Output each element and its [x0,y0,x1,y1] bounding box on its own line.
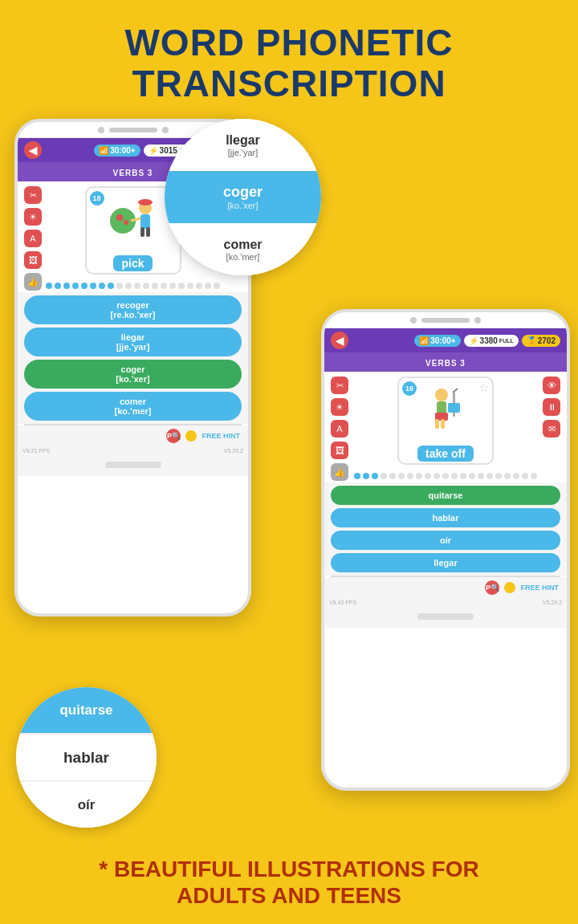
footer-line2: ADULTS AND TEENS [0,882,578,910]
phone-right: ◀ 📶 30:00+ ⚡ 3380 FULL 🏅 2702 VERBS 3 ✂ … [321,309,570,791]
lightning-icon-left: ⚡ [149,146,158,155]
image-icon-right[interactable]: 🖼 [331,442,348,459]
left-side-icons: ✂ ☀ A 🖼 👍 [24,186,42,291]
circle-quitarse-text: quitarse [59,702,112,718]
notch-dot [98,127,104,133]
answer-sub-4: [ko.'mer] [34,406,232,416]
dot-r-empty-12 [478,473,484,479]
answer-btn-2[interactable]: llegar [jje.'yar] [24,328,242,356]
title-line2: TRANSCRIPTION [0,63,578,104]
circle-callout-left: quitarse hablar oír [16,687,157,828]
dot-r-empty-5 [416,473,422,479]
header: WORD PHONETIC TRANSCRIPTION [0,0,578,104]
thumb-icon-left[interactable]: 👍 [24,273,42,291]
dot-empty-8 [178,283,185,289]
card-area-right: ✂ ☀ A 🖼 👍 16 ☆ [324,372,567,470]
phone-bottom-right [324,607,567,628]
time-stat: 📶 30:00+ [94,145,140,157]
sun-icon-right[interactable]: ☀ [331,398,348,416]
section-label-right: VERBS 3 [425,359,466,368]
dot-r-empty-9 [451,473,458,479]
circle-comer-text: comer [223,238,262,252]
fps-bar-right: V9.42 FPS V5.29.2 [324,598,567,607]
circle-llegar-sub: [jje.'yar] [228,148,258,157]
answer-text-r2: hablar [340,513,551,523]
dot-r-empty-4 [407,473,413,479]
answer-btn-r3[interactable]: oír [331,531,560,550]
sun-icon-left[interactable]: ☀ [24,208,42,226]
scissors-icon-left[interactable]: ✂ [24,186,42,204]
hint-bar-left: P🔍 FREE HINT [18,425,248,446]
svg-point-4 [138,199,153,206]
time-value-right: 30:00+ [430,336,455,345]
answer-btn-3-correct[interactable]: coger [ko.'xer] [24,360,242,389]
wifi-icon-right: 📶 [419,336,429,345]
hint-badge-right: P🔍 [485,580,499,595]
progress-dots-left [18,279,248,292]
dot-r-empty-6 [425,473,431,479]
dot-empty-11 [205,283,211,289]
svg-point-2 [124,220,128,225]
answer-btn-r4[interactable]: llegar [331,553,560,572]
notch-dot-r [410,317,417,324]
answer-text-2: llegar [34,332,232,342]
answer-btn-1[interactable]: recoger [re.ko.'xer] [24,295,242,324]
dot-empty-7 [169,283,176,289]
section-label-left: VERBS 3 [113,169,153,177]
hint-coin-right [504,582,515,593]
dot-empty-12 [214,283,220,289]
dot-filled-5 [81,283,88,289]
phone-bottom-left [18,455,248,476]
lightning-icon-right: ⚡ [469,336,478,345]
svg-rect-12 [435,419,439,429]
circle-llegar-text: llegar [226,133,260,148]
answer-text-r1: quitarse [340,490,551,500]
answer-text-3: coger [34,364,232,374]
dot-r-filled-3 [372,473,378,479]
font-icon-right[interactable]: A [331,420,348,438]
fps-left: V9.21 FPS [22,448,50,454]
home-button-left[interactable] [105,462,161,468]
circle-oir-text: oír [78,797,96,813]
answer-sub-1: [re.ko.'xer] [34,310,232,320]
card-illustration-right [417,381,474,442]
card-illustration-left [105,190,161,252]
status-bar-right: ◀ 📶 30:00+ ⚡ 3380 FULL 🏅 2702 [324,328,567,352]
dot-filled-8 [108,283,114,289]
answer-btn-4[interactable]: comer [ko.'mer] [24,392,242,421]
dot-filled-2 [55,283,61,289]
dot-empty-9 [187,283,193,289]
dot-r-empty-11 [469,473,475,479]
thumb-icon-right[interactable]: 👍 [331,463,348,481]
eye-icon-right[interactable]: 👁 [543,377,560,394]
answer-btn-r1-correct[interactable]: quitarse [331,486,560,505]
dot-r-empty-2 [389,473,396,479]
home-button-right[interactable] [417,613,474,620]
font-icon-left[interactable]: A [24,230,42,247]
dot-r-empty-15 [504,473,511,479]
xp-value-right: 3380 [480,336,498,345]
image-icon-left[interactable]: 🖼 [24,251,42,269]
svg-point-1 [116,214,123,221]
phone-notch-right [324,312,567,328]
dot-r-empty-17 [522,473,528,479]
hint-text-right[interactable]: FREE HINT [520,584,559,592]
footer-line1: * BEAUTIFUL ILLUSTRATIONS FOR [0,856,578,883]
dot-empty-2 [125,283,132,289]
mail-icon-right[interactable]: ✉ [543,420,560,438]
answers-left: recoger [re.ko.'xer] llegar [jje.'yar] c… [18,292,248,424]
svg-rect-7 [146,227,150,237]
back-button-left[interactable]: ◀ [24,141,42,159]
back-button-right[interactable]: ◀ [331,332,348,349]
section-bar-right: VERBS 3 [324,352,567,372]
scissors-icon-right[interactable]: ✂ [331,377,348,394]
pause-icon-right[interactable]: ⏸ [543,398,560,416]
card-word-right: take off [417,446,474,462]
dot-filled-7 [99,283,105,289]
circle-comer-sub: [ko.'mer] [226,252,260,262]
dot-r-empty-16 [513,473,519,479]
hint-text-left[interactable]: FREE HINT [201,432,240,440]
answer-btn-r2[interactable]: hablar [331,508,560,527]
star-icon-right[interactable]: ☆ [478,381,489,394]
circle-coger-sub: [ko.'xer] [227,201,258,210]
